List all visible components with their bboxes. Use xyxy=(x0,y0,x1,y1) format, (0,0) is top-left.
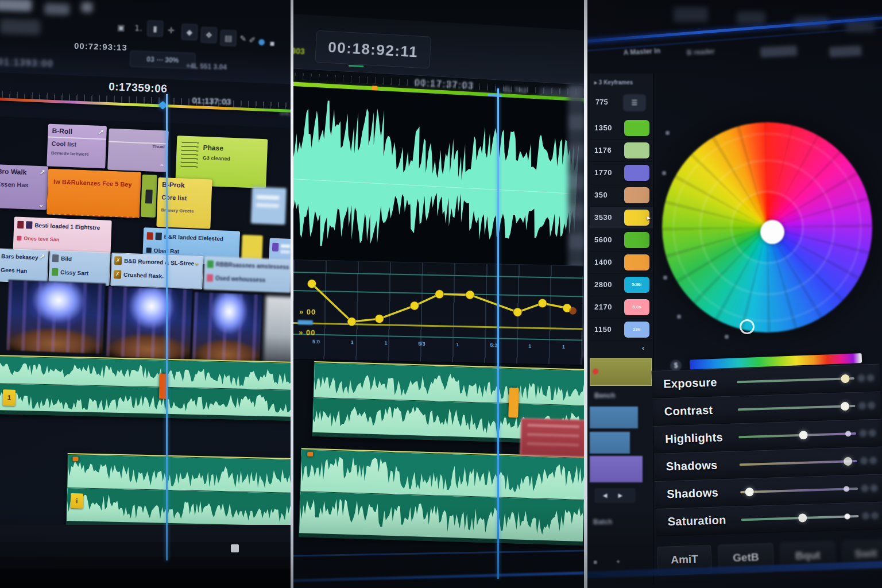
exposure-slider[interactable] xyxy=(737,377,854,383)
color-swatch[interactable] xyxy=(624,254,649,270)
value-row[interactable]: 1350 xyxy=(590,117,653,140)
slider-thumb[interactable] xyxy=(840,402,849,411)
value-row[interactable]: 350 xyxy=(590,184,653,207)
value-row[interactable]: 28005dBr xyxy=(590,274,653,296)
playhead-line[interactable] xyxy=(166,94,168,560)
color-swatch[interactable]: 5dBr xyxy=(624,277,649,293)
chevron-down-icon[interactable]: ⌄ xyxy=(194,258,200,266)
slider-dot[interactable] xyxy=(845,431,851,436)
video-editor-triptych: ▣ 1. ▮ ✛ ◆ ❖ ▤ ✎ ✐ ● ▪ 00:72:93:13 03 ⋯ … xyxy=(0,0,882,588)
add-clip-icon[interactable]: ✛ xyxy=(168,26,175,35)
clip-purple-left[interactable]: Bro Walk ↗ Essen Has ⌄ xyxy=(0,164,48,210)
color-swatch[interactable]: 5.0s xyxy=(624,299,649,315)
footer-icons[interactable]: ▪ ✦ xyxy=(593,558,629,566)
diamond-keyframe-icon[interactable]: ◆ xyxy=(181,24,198,40)
level-bar-blue[interactable] xyxy=(590,407,638,428)
linked-clip[interactable]: Bars bekasey Gees Han ↗ xyxy=(0,248,49,284)
value-row[interactable]: 1150266 xyxy=(590,319,653,341)
video-thumbnail[interactable] xyxy=(6,280,106,354)
slider-reset-knobs[interactable] xyxy=(857,401,876,411)
nav-arrows[interactable]: ◀ ▶ xyxy=(594,488,636,503)
playhead-line[interactable] xyxy=(497,88,499,579)
color-swatch[interactable] xyxy=(624,120,649,136)
selected-range-bar[interactable] xyxy=(590,358,652,386)
highlights-slider[interactable] xyxy=(738,432,856,438)
muted-red-clip[interactable] xyxy=(520,418,584,458)
mini-marker[interactable] xyxy=(307,452,313,457)
color-swatch[interactable] xyxy=(624,210,649,226)
waveform-viewer[interactable] xyxy=(293,86,583,280)
audio-clip-stereo[interactable]: 1 xyxy=(0,355,291,421)
layers-icon[interactable]: ☰ xyxy=(623,94,646,111)
slider-dot[interactable] xyxy=(844,513,850,519)
tab-blurred[interactable] xyxy=(760,45,798,57)
tag-icon[interactable]: ▪ xyxy=(269,38,275,48)
clip-purple-plain[interactable]: Thual ⌃ xyxy=(107,129,169,172)
value-row[interactable]: 1176 xyxy=(590,140,653,162)
edit-marker[interactable] xyxy=(508,388,519,417)
value-row[interactable]: 1770 xyxy=(590,162,653,184)
marker-count-icon[interactable]: 1. xyxy=(134,23,142,32)
clip-yellow[interactable]: B-Prok Core list Bravery Grecte xyxy=(156,177,212,229)
scrollbar-thumb[interactable] xyxy=(231,544,239,552)
tab-reader[interactable]: B reader xyxy=(687,47,715,57)
clip-orange[interactable]: Iw B&Rukenzes Fee 5 Bey xyxy=(47,169,141,218)
slider-thumb[interactable] xyxy=(798,513,807,522)
audio-clip-stereo[interactable] xyxy=(299,448,584,546)
clip-blue-faded[interactable] xyxy=(251,187,287,225)
marker-badge[interactable]: i xyxy=(71,493,84,508)
droplet-color-icon[interactable]: ● xyxy=(258,37,265,46)
saturation-slider[interactable] xyxy=(741,515,859,521)
value-row[interactable]: 1400 xyxy=(590,252,653,274)
tab-master[interactable]: A Master In xyxy=(623,47,660,56)
pencil-tool-icon[interactable]: ✐ xyxy=(249,35,256,44)
value-row[interactable]: 21705.0s xyxy=(590,296,653,319)
mini-marker[interactable] xyxy=(72,457,78,461)
slider-reset-knobs[interactable] xyxy=(857,373,875,383)
slider-thumb[interactable] xyxy=(745,488,754,496)
graph-value-label: » 00 xyxy=(299,328,316,337)
pen-tool-icon[interactable]: ✎ xyxy=(239,34,246,43)
slider-reset-knobs[interactable] xyxy=(860,483,879,493)
color-swatch[interactable]: 266 xyxy=(624,322,649,338)
slider-thumb[interactable] xyxy=(799,431,807,439)
linked-clip[interactable]: Bild Cissy Sart xyxy=(48,250,110,286)
color-wheel-center[interactable] xyxy=(760,220,784,244)
collapse-icon[interactable]: ‹ xyxy=(641,343,645,353)
clip-purple-broll[interactable]: B-Roll ↗ Cool list Bemede behwere xyxy=(47,124,107,169)
effects-icon[interactable]: ❖ xyxy=(200,27,217,44)
color-swatch[interactable] xyxy=(624,142,649,158)
keyframe-graph[interactable]: » 00 » 00 5:0 1 1 5/3 1 5:3 1 1 xyxy=(293,260,584,366)
media-chip-icon xyxy=(155,233,161,240)
tab-blurred[interactable] xyxy=(829,45,862,57)
chevron-down-icon[interactable]: ⌄ xyxy=(38,200,44,208)
media-bin-icon[interactable]: ▤ xyxy=(220,30,237,47)
slider-reset-knobs[interactable] xyxy=(859,456,877,466)
shadows-slider-2[interactable] xyxy=(740,488,858,493)
clip-olive-slim[interactable] xyxy=(141,175,157,218)
marker-badge[interactable]: 1 xyxy=(3,389,16,405)
contrast-slider[interactable] xyxy=(738,405,856,411)
color-wheel-indicator[interactable] xyxy=(740,319,755,334)
slider-reset-knobs[interactable] xyxy=(858,428,877,438)
color-swatch[interactable] xyxy=(624,232,649,248)
filmstrip-icon[interactable]: ▮ xyxy=(147,20,164,37)
slider-thumb[interactable] xyxy=(843,457,852,466)
shadows-slider[interactable] xyxy=(740,460,857,466)
level-bar-blue[interactable] xyxy=(590,432,630,454)
slider-reset-knobs[interactable] xyxy=(861,511,879,521)
level-bar-purple[interactable] xyxy=(590,456,643,482)
value-row-selected[interactable]: 3530▸ xyxy=(590,207,653,229)
value-row[interactable]: 5600 xyxy=(590,229,653,252)
tick: 1 xyxy=(562,344,565,350)
audio-clip-stereo[interactable]: i xyxy=(66,453,291,531)
slider-thumb[interactable] xyxy=(841,374,849,383)
clip-pink[interactable]: Besti loaded 1 Eightstre Ones teve San xyxy=(13,216,112,253)
keyframe-curve[interactable] xyxy=(293,260,584,353)
slider-dot[interactable] xyxy=(843,486,849,492)
panel-icon[interactable]: ▣ xyxy=(117,22,125,32)
color-swatch[interactable] xyxy=(624,165,649,181)
color-swatch[interactable] xyxy=(624,187,649,203)
collapse-row[interactable]: ‹ xyxy=(590,342,653,356)
chevron-up-icon[interactable]: ⌃ xyxy=(159,163,165,171)
